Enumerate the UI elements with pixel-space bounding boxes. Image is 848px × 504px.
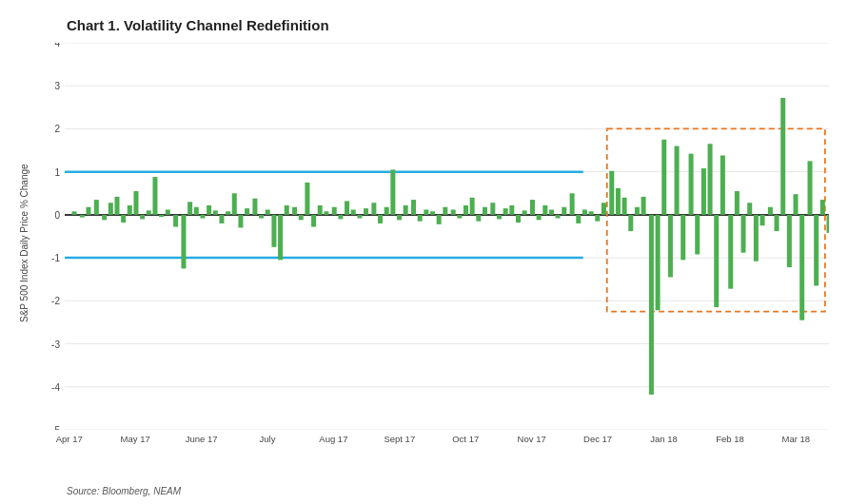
svg-rect-128 [760, 215, 765, 225]
svg-rect-119 [701, 168, 706, 215]
svg-rect-136 [814, 215, 818, 286]
svg-rect-134 [799, 215, 804, 320]
svg-text:-4: -4 [51, 382, 60, 393]
svg-rect-106 [616, 188, 621, 215]
svg-rect-92 [523, 210, 527, 215]
y-axis-label: S&P 500 Index Daily Price % Change [19, 43, 34, 444]
svg-rect-84 [470, 198, 475, 215]
svg-rect-137 [820, 200, 825, 215]
svg-rect-43 [200, 215, 205, 219]
svg-text:-3: -3 [51, 339, 60, 350]
svg-text:4: 4 [54, 43, 60, 48]
svg-rect-61 [318, 205, 323, 215]
svg-rect-68 [364, 208, 368, 215]
svg-rect-111 [649, 215, 654, 395]
svg-rect-77 [424, 209, 428, 214]
svg-rect-135 [808, 161, 813, 215]
svg-rect-41 [187, 202, 192, 215]
svg-rect-44 [207, 205, 211, 215]
x-axis-label: Aug 17 [301, 434, 366, 444]
svg-rect-131 [780, 98, 785, 215]
svg-rect-127 [754, 215, 759, 262]
svg-rect-87 [490, 203, 495, 215]
svg-rect-109 [635, 207, 640, 215]
x-axis-label: June 17 [168, 434, 234, 444]
svg-rect-113 [661, 140, 666, 215]
svg-rect-95 [542, 205, 547, 215]
svg-rect-97 [556, 215, 561, 219]
svg-rect-85 [476, 215, 481, 222]
svg-rect-54 [271, 215, 276, 247]
svg-rect-114 [668, 215, 673, 278]
svg-rect-47 [226, 211, 230, 215]
svg-rect-80 [443, 207, 447, 215]
svg-rect-96 [549, 209, 554, 214]
svg-rect-129 [768, 207, 773, 215]
x-axis-label: July [234, 434, 300, 444]
svg-rect-27 [94, 200, 99, 215]
svg-rect-116 [680, 215, 685, 260]
svg-rect-102 [589, 211, 594, 215]
svg-rect-34 [140, 215, 145, 220]
svg-rect-115 [675, 146, 680, 215]
svg-rect-24 [71, 211, 76, 215]
svg-rect-56 [285, 205, 289, 215]
svg-rect-39 [173, 215, 178, 227]
svg-rect-64 [338, 215, 343, 220]
svg-rect-93 [530, 200, 535, 215]
x-axis-label: Mar 18 [763, 434, 829, 444]
svg-rect-37 [159, 215, 164, 217]
svg-rect-42 [194, 207, 199, 215]
svg-rect-123 [728, 215, 733, 289]
svg-rect-36 [152, 177, 157, 215]
svg-rect-31 [121, 215, 126, 223]
svg-rect-29 [108, 203, 113, 215]
svg-text:-1: -1 [51, 253, 60, 263]
svg-rect-26 [86, 207, 90, 215]
svg-rect-75 [411, 200, 416, 215]
svg-rect-118 [695, 215, 700, 255]
chart-container: Chart 1. Volatility Channel Redefinition… [0, 0, 848, 504]
svg-rect-126 [747, 203, 752, 215]
svg-rect-66 [351, 209, 356, 214]
svg-rect-71 [385, 207, 389, 215]
svg-rect-76 [418, 215, 423, 222]
svg-rect-62 [324, 211, 328, 215]
svg-rect-28 [102, 215, 107, 220]
svg-rect-101 [582, 209, 587, 214]
svg-rect-48 [232, 193, 237, 215]
svg-rect-69 [371, 203, 376, 215]
svg-text:2: 2 [54, 124, 60, 134]
svg-rect-40 [181, 215, 186, 269]
chart-inner: 43210-1-2-3-4-5 Apr 17May 17June 17JulyA… [36, 43, 829, 444]
svg-rect-25 [80, 215, 85, 218]
svg-text:1: 1 [54, 167, 60, 178]
svg-rect-46 [219, 215, 224, 223]
x-axis-label: May 17 [102, 434, 168, 444]
x-axis-label: Sept 17 [366, 434, 432, 444]
chart-area: S&P 500 Index Daily Price % Change 43210… [19, 43, 829, 444]
svg-rect-107 [622, 198, 627, 215]
svg-rect-133 [794, 194, 799, 215]
svg-rect-57 [292, 207, 297, 215]
svg-rect-91 [516, 215, 521, 223]
x-axis-label: Nov 17 [499, 434, 564, 444]
svg-rect-53 [266, 209, 270, 214]
x-axis-label: Dec 17 [564, 434, 630, 444]
svg-rect-81 [451, 209, 456, 214]
svg-rect-88 [497, 215, 502, 220]
svg-rect-120 [708, 144, 713, 215]
svg-rect-122 [720, 155, 725, 214]
svg-rect-94 [537, 215, 542, 220]
svg-rect-30 [114, 197, 119, 215]
svg-rect-32 [128, 205, 132, 215]
x-axis-label: Feb 18 [697, 434, 762, 444]
svg-rect-103 [595, 215, 600, 222]
svg-rect-83 [463, 205, 468, 215]
chart-svg: 43210-1-2-3-4-5 [36, 43, 829, 430]
svg-rect-130 [775, 215, 779, 231]
svg-rect-121 [714, 215, 719, 307]
svg-rect-98 [562, 207, 566, 215]
svg-rect-110 [641, 197, 646, 215]
svg-rect-132 [787, 215, 792, 267]
